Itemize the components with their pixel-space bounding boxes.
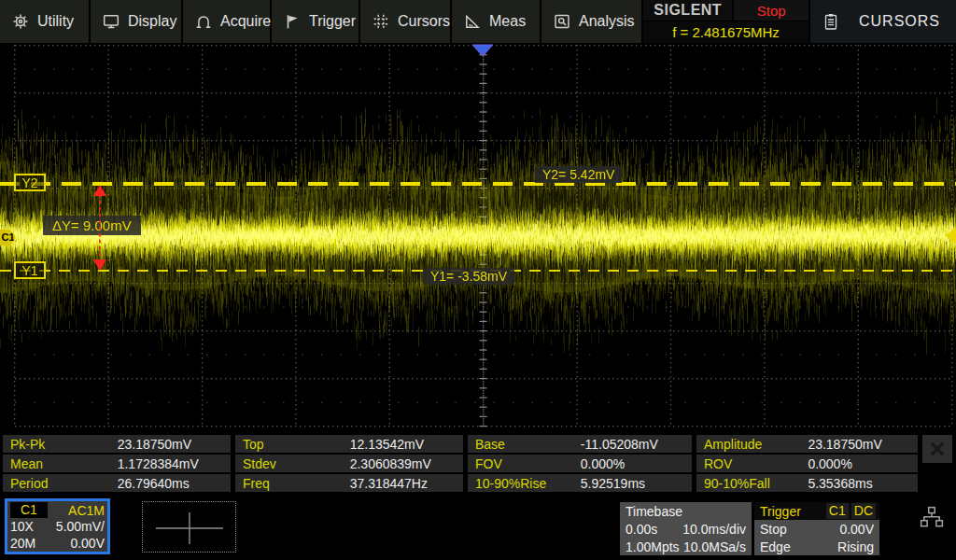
cursor-line-y2[interactable] (0, 182, 956, 186)
menu-item-cursors[interactable]: Cursors (360, 0, 450, 43)
timebase-delay: 0.00s (626, 522, 657, 537)
measurement-cell: Top12.13542mV (235, 435, 463, 453)
close-icon (929, 441, 946, 457)
cursor-readout-y1: Y1= -3.58mV (423, 268, 514, 285)
acquire-icon (195, 13, 212, 30)
measurement-cell: Amplitude23.18750mV (696, 435, 918, 453)
measurement-value: 23.18750mV (118, 437, 191, 452)
measurement-cell: 10-90%Rise5.92519ms (468, 474, 692, 492)
display-icon (103, 13, 120, 30)
menu-item-display[interactable]: Display (91, 0, 181, 43)
measurement-value: -11.05208mV (581, 437, 658, 452)
trigger-slope: Rising (837, 539, 874, 554)
measurement-value: 23.18750mV (808, 437, 881, 452)
trigger-coupling-chip: DC (851, 503, 876, 519)
measurement-value: 0.000% (581, 456, 625, 471)
timebase-scale: 10.0ms/div (682, 522, 746, 537)
measurement-value: 37.318447Hz (350, 476, 428, 491)
trigger-status: Stop (760, 522, 787, 537)
measurement-value: 5.35368ms (808, 476, 872, 491)
measurement-table: Pk-Pk23.18750mV Top12.13542mV Base-11.05… (3, 435, 952, 492)
measurement-value: 5.92519ms (581, 476, 645, 491)
measurement-cell: 90-10%Fall5.35368ms (696, 474, 918, 492)
menu-item-analysis[interactable]: Analysis (541, 0, 641, 43)
measurement-cell: Mean1.1728384mV (3, 455, 231, 472)
timebase-descriptor[interactable]: Timebase 0.00s 10.0ms/div 1.00Mpts 10.0M… (620, 502, 752, 555)
trigger-title: Trigger (760, 504, 823, 519)
channel-attenuation: 10X (10, 519, 34, 534)
frequency-counter: f = 2.481675MHz (643, 21, 808, 43)
measurement-cell: ROV0.000% (696, 455, 918, 472)
measurement-label: Freq (235, 476, 350, 491)
menu-label: Cursors (398, 13, 450, 30)
measurement-cell: Base-11.05208mV (468, 435, 692, 453)
gear-icon (12, 13, 29, 30)
plus-icon (154, 511, 225, 545)
measurement-cell: Period26.79640ms (3, 474, 231, 492)
trigger-position-marker[interactable] (471, 44, 494, 57)
trigger-source-chip: C1 (826, 503, 849, 519)
channel-name-chip: C1 (10, 502, 48, 518)
measurement-label: Pk-Pk (3, 437, 118, 452)
measurement-label: Mean (3, 456, 118, 471)
measurement-label: ROV (696, 456, 808, 471)
measurement-value: 2.3060839mV (350, 456, 431, 471)
measurement-label: Amplitude (696, 437, 808, 452)
measurement-value: 26.79640ms (118, 476, 190, 491)
cursor-tag-y2[interactable]: Y2 (14, 174, 46, 191)
status-block: SIGLENT Stop f = 2.481675MHz (643, 0, 808, 43)
menu-item-trigger[interactable]: Trigger (272, 0, 358, 43)
cursor-tag-y1[interactable]: Y1 (14, 261, 46, 279)
measurement-cell: Pk-Pk23.18750mV (3, 435, 231, 453)
clipboard-icon (823, 13, 838, 31)
add-trace-slot[interactable] (142, 501, 236, 553)
measurement-cell: Freq37.318447Hz (235, 474, 463, 492)
menu-label: Display (128, 13, 176, 30)
cursors-icon (373, 13, 389, 30)
measure-icon (464, 13, 481, 30)
menu-label: Meas (489, 13, 526, 30)
waveform-display[interactable] (0, 43, 956, 435)
measurement-label: Base (468, 437, 581, 452)
measurement-value: 12.13542mV (350, 437, 424, 452)
channel-descriptor-c1[interactable]: C1 AC1M 10X 5.00mV/ 20M 0.00V (5, 498, 110, 554)
menu-item-meas[interactable]: Meas (452, 0, 540, 43)
delta-arrow (90, 185, 110, 271)
measurement-value: 1.1728384mV (118, 456, 199, 471)
channel-bandwidth: 20M (10, 536, 35, 551)
run-state-indicator: Stop (734, 0, 808, 21)
measurement-label: Stdev (235, 456, 350, 471)
timebase-memory: 1.00Mpts (626, 539, 680, 554)
menu-item-utility[interactable]: Utility (0, 0, 89, 43)
timebase-title: Timebase (626, 504, 682, 519)
measurement-label: 90-10%Fall (696, 476, 808, 491)
measurement-label: Period (3, 476, 118, 491)
flag-icon (284, 13, 301, 30)
measurement-label: Top (235, 437, 350, 452)
trigger-descriptor[interactable]: Trigger C1 DC Stop 0.00V Edge Rising (754, 502, 879, 555)
channel-coupling: AC1M (68, 503, 105, 518)
oscilloscope-screen: { "menu": { "items": [ {"label": "Utilit… (0, 0, 956, 560)
trigger-level: 0.00V (839, 522, 874, 537)
top-menu-bar: Utility Display Acquire Trigger Cursors … (0, 0, 956, 43)
measurement-cell: Stdev2.3060839mV (235, 455, 463, 472)
trigger-type: Edge (760, 539, 791, 554)
menu-label: Analysis (579, 13, 635, 30)
menu-label: Trigger (309, 13, 356, 30)
close-measurements-button[interactable] (922, 435, 952, 463)
menu-label: Utility (37, 13, 74, 30)
dialog-title: CURSORS (859, 13, 940, 30)
measurement-value: 0.000% (808, 456, 851, 471)
brand-logo: SIGLENT (643, 0, 732, 21)
channel-scale: 5.00mV/ (56, 519, 105, 534)
measurement-cell: FOV0.000% (468, 455, 692, 472)
menu-label: Acquire (220, 13, 271, 30)
cursor-readout-y2: Y2= 5.42mV (535, 166, 622, 183)
analysis-icon (554, 13, 570, 30)
measurement-label: 10-90%Rise (468, 476, 581, 491)
channel-offset: 0.00V (70, 536, 105, 551)
network-status-icon[interactable] (920, 506, 944, 529)
measurement-label: FOV (468, 456, 581, 471)
timebase-sample-rate: 10.0MSa/s (683, 539, 746, 554)
menu-item-acquire[interactable]: Acquire (183, 0, 270, 43)
